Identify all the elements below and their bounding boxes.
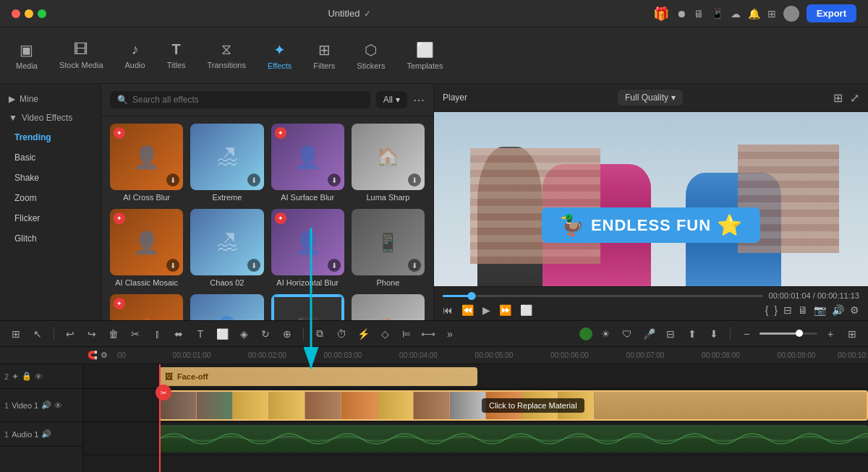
- tl-redo-icon[interactable]: ↪: [83, 325, 101, 343]
- tl-mic-icon[interactable]: 🎤: [640, 325, 658, 343]
- tl-import-icon[interactable]: ⬇: [705, 325, 723, 343]
- track-lock-icon[interactable]: 🔒: [22, 372, 32, 381]
- grid-icon[interactable]: ⊞: [767, 8, 776, 20]
- crop-icon[interactable]: ⬜: [520, 304, 532, 316]
- bracket-left-icon[interactable]: {: [765, 304, 769, 316]
- fit-icon[interactable]: ⤢: [850, 91, 859, 105]
- effect-phone[interactable]: 📱 ⬇ Phone: [352, 209, 425, 287]
- tl-keyframe-icon[interactable]: ◇: [376, 325, 393, 343]
- tl-delete-icon[interactable]: 🗑: [105, 325, 122, 343]
- filter-all-button[interactable]: All ▾: [376, 91, 407, 108]
- toolbar-titles[interactable]: T Titles: [157, 35, 196, 75]
- bell-icon[interactable]: 🔔: [748, 8, 760, 20]
- sidebar-item-trending[interactable]: Trending: [3, 127, 98, 147]
- effect-updown2[interactable]: 🏠 ✦ Up-Down 2: [110, 294, 183, 320]
- effect-updown1[interactable]: 🏠 ⬇ Up-Down 1: [352, 294, 425, 320]
- tl-settings2-icon[interactable]: ⚙: [101, 351, 108, 360]
- tl-zoom-out[interactable]: −: [738, 325, 755, 343]
- cloud-icon[interactable]: ☁: [731, 8, 741, 20]
- track-vis-icon[interactable]: 👁: [54, 401, 62, 410]
- effect-ai-classic-mosaic[interactable]: 👤 ✦ ⬇ AI Classic Mosaic: [110, 209, 183, 287]
- toolbar-templates[interactable]: ⬜ Templates: [396, 35, 453, 76]
- tl-box-icon[interactable]: ⬜: [213, 325, 231, 343]
- zoom-thumb[interactable]: [796, 330, 803, 337]
- tl-rotate-icon[interactable]: ↻: [257, 325, 274, 343]
- track-audio-vol-icon[interactable]: 🔊: [41, 429, 51, 439]
- tl-merge-icon[interactable]: ⬌: [170, 325, 187, 343]
- tl-expand-icon[interactable]: ⟷: [420, 325, 437, 343]
- tl-track-icon[interactable]: ⊟: [662, 325, 679, 343]
- sidebar-item-zoom[interactable]: Zoom: [3, 188, 98, 208]
- bracket-right-icon[interactable]: }: [774, 304, 778, 316]
- tl-export-icon[interactable]: ⬆: [684, 325, 701, 343]
- toolbar-audio[interactable]: ♪ Audio: [115, 35, 156, 75]
- gift-icon[interactable]: 🎁: [653, 6, 669, 22]
- zoom-track[interactable]: [760, 332, 817, 335]
- grid-view-icon[interactable]: ⊞: [833, 91, 843, 105]
- progress-track[interactable]: [443, 295, 763, 297]
- effect-clip-faceoff[interactable]: 🖼 Face-off: [159, 367, 477, 386]
- sidebar-item-glitch[interactable]: Glitch: [3, 228, 98, 249]
- effect-chaos-02[interactable]: 🏖 ⬇ Chaos 02: [190, 209, 263, 287]
- play-button[interactable]: ▶: [482, 304, 490, 316]
- effect-faceoff[interactable]: ⬛ ⬇ Face-off: [271, 294, 344, 320]
- effect-motion-blur[interactable]: 👤 Motion Blur: [190, 294, 263, 320]
- monitor-icon[interactable]: 🖥: [694, 8, 704, 20]
- tl-undo-icon[interactable]: ↩: [61, 325, 79, 343]
- minimize-button[interactable]: [25, 9, 33, 18]
- effect-ai-surface-blur[interactable]: 👤 ✦ ⬇ AI Surface Blur: [271, 124, 344, 202]
- effect-luma-sharp[interactable]: 🏠 ⬇ Luma Sharp: [352, 124, 425, 202]
- effect-ai-horiz-blur[interactable]: 👤 ✦ ⬇ AI Horizontal Blur: [271, 209, 344, 287]
- toolbar-transitions[interactable]: ⧖ Transitions: [197, 35, 256, 75]
- tl-mask-icon[interactable]: ◈: [235, 325, 252, 343]
- toolbar-filters[interactable]: ⊞ Filters: [303, 35, 345, 76]
- sidebar-item-basic[interactable]: Basic: [3, 147, 98, 168]
- tl-shield-icon[interactable]: 🛡: [618, 325, 636, 343]
- toolbar-media[interactable]: ▣ Media: [6, 35, 48, 76]
- tl-timer-icon[interactable]: ⏱: [333, 325, 350, 343]
- tl-sun-icon[interactable]: ☀: [597, 325, 614, 343]
- video-clip[interactable]: Click to Replace Material: [159, 390, 868, 421]
- rewind-icon[interactable]: ⏮: [443, 304, 453, 316]
- search-input[interactable]: [132, 95, 363, 105]
- tl-align-icon[interactable]: ⧉: [311, 325, 328, 343]
- more-options-button[interactable]: ⋯: [413, 93, 425, 107]
- tl-sliders-icon[interactable]: ⊨: [398, 325, 415, 343]
- camera-icon[interactable]: 📷: [814, 304, 826, 316]
- tl-cursor-icon[interactable]: ↖: [29, 325, 46, 343]
- export-button[interactable]: Export: [807, 4, 856, 22]
- phone-icon[interactable]: 📱: [711, 8, 723, 20]
- tl-plus-icon[interactable]: ⊕: [278, 325, 296, 343]
- quality-selector[interactable]: Full Quality ▾: [618, 90, 683, 106]
- toolbar-stock[interactable]: 🎞 Stock Media: [49, 35, 114, 75]
- tl-text-icon[interactable]: T: [192, 325, 209, 343]
- close-button[interactable]: [12, 9, 20, 18]
- tl-speed-icon[interactable]: ⚡: [354, 325, 372, 343]
- tl-split-icon[interactable]: ⫿: [148, 325, 166, 343]
- sidebar-item-shake[interactable]: Shake: [3, 168, 98, 188]
- settings-icon[interactable]: ⚙: [850, 304, 859, 316]
- sidebar-item-flicker[interactable]: Flicker: [3, 208, 98, 228]
- tl-layout-icon[interactable]: ⊞: [843, 325, 861, 343]
- step-forward-icon[interactable]: ⏩: [499, 304, 511, 316]
- maximize-button[interactable]: [38, 9, 46, 18]
- tl-cut-icon[interactable]: ✂: [127, 325, 144, 343]
- tl-zoom-in[interactable]: +: [822, 325, 839, 343]
- record-icon[interactable]: ⏺: [676, 8, 686, 20]
- toolbar-effects[interactable]: ✦ Effects: [258, 35, 302, 76]
- sidebar-video-effects-header[interactable]: ▼ Video Effects: [0, 108, 101, 127]
- step-back-icon[interactable]: ⏪: [461, 304, 474, 316]
- avatar-icon[interactable]: [783, 6, 799, 22]
- volume-icon[interactable]: 🔊: [832, 304, 844, 316]
- progress-thumb[interactable]: [467, 292, 475, 300]
- sidebar-mine-header[interactable]: ▶ Mine: [0, 90, 101, 108]
- effect-ai-cross-blur[interactable]: 👤 ✦ ⬇ AI Cross Blur: [110, 124, 183, 202]
- monitor2-icon[interactable]: 🖥: [798, 304, 808, 316]
- tl-snap-icon[interactable]: 🧲: [88, 351, 98, 360]
- toolbar-stickers[interactable]: ⬡ Stickers: [346, 35, 395, 76]
- layout-icon[interactable]: ⊟: [783, 304, 792, 316]
- track-visible-icon[interactable]: 👁: [35, 372, 43, 381]
- tl-grid-icon[interactable]: ⊞: [7, 325, 25, 343]
- effect-extreme[interactable]: 🏖 ⬇ Extreme: [190, 124, 263, 202]
- track-vol-icon[interactable]: 🔊: [41, 400, 51, 410]
